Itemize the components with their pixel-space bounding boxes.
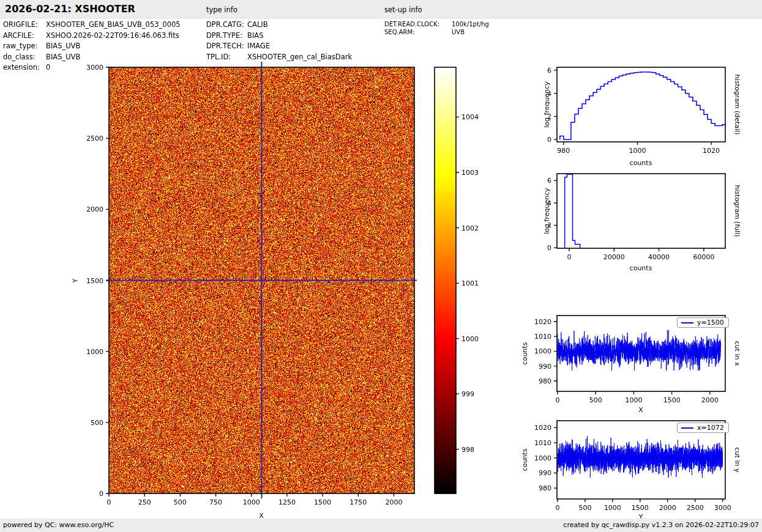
cut-y-legend-label: x=1072 (697, 424, 724, 432)
file-info-label: ORIGFILE: (3, 20, 38, 29)
y-tick-label: 1000 (534, 347, 551, 355)
x-tick-label: 1250 (278, 498, 296, 506)
file-info-label: extension: (3, 63, 40, 72)
type-info-value: XSHOOTER_gen_cal_BiasDark (247, 53, 352, 61)
y-tick-label: 1010 (534, 333, 551, 341)
setup-info-value: UVB (452, 29, 465, 35)
x-tick-label: 2000 (659, 504, 676, 512)
y-tick-label: 0 (547, 136, 551, 144)
file-info-value: 0 (46, 63, 50, 72)
cut-x-legend: y=1500 (677, 317, 729, 328)
y-tick-label: 0 (99, 490, 103, 498)
section-heading-type-info: type info (206, 6, 237, 14)
x-tick-label: 0 (567, 253, 571, 261)
hist-detail-ylabel: log frequency (543, 81, 551, 127)
x-tick-label: 1000 (629, 147, 646, 155)
x-tick-label: 0 (555, 396, 559, 404)
file-info-label: ARCFILE: (3, 31, 34, 40)
page-title: 2026-02-21: XSHOOTER (5, 3, 135, 15)
x-tick-label: 2500 (687, 504, 704, 512)
colorbar-tick-label: 999 (461, 390, 474, 398)
type-info-label: DPR.TECH: (206, 42, 244, 50)
hist-full-side-label: histogram (full) (733, 185, 741, 237)
y-tick-label: 980 (539, 377, 551, 385)
hist-full-xlabel: counts (630, 264, 652, 272)
x-tick-label: 40000 (648, 253, 670, 261)
x-tick-label: 1000 (625, 396, 642, 404)
y-tick-label: 2000 (86, 205, 103, 213)
cut-y-ylabel: counts (521, 449, 529, 471)
y-tick-label: 500 (91, 418, 103, 426)
y-tick-label: 1020 (534, 424, 551, 432)
file-info-value: BIAS_UVB (46, 53, 80, 61)
file-info-label: raw_type: (3, 42, 38, 50)
type-info-value: BIAS (247, 31, 263, 40)
type-info-label: TPL.ID: (206, 53, 231, 61)
y-tick-label: 4 (547, 89, 551, 97)
x-tick-label: 1020 (703, 147, 720, 155)
type-info-label: DPR.CATG: (206, 20, 244, 29)
colorbar-tick-label: 1000 (461, 334, 479, 342)
x-tick-label: 980 (557, 147, 570, 155)
y-tick-label: 2500 (86, 135, 103, 142)
cut-x-side-label: cut in x (733, 341, 741, 366)
file-info-label: do_class: (3, 53, 35, 61)
type-info-value: IMAGE (247, 42, 270, 50)
setup-info-label: SEQ.ARM: (384, 29, 415, 35)
x-tick-label: 1500 (632, 504, 649, 512)
setup-info-value: 100k/1pt/hg (452, 21, 489, 28)
x-tick-label: 0 (107, 498, 111, 506)
y-tick-label: 2 (547, 113, 551, 120)
cut-x-legend-label: y=1500 (697, 319, 724, 327)
x-tick-label: 60000 (693, 253, 714, 261)
x-tick-label: 1750 (349, 498, 367, 506)
y-tick-label: 1010 (534, 439, 551, 447)
x-tick-label: 1000 (243, 498, 260, 506)
legend-line-swatch (681, 322, 693, 323)
y-tick-label: 3000 (86, 64, 103, 72)
y-tick-label: 990 (539, 362, 551, 370)
x-tick-label: 500 (578, 504, 591, 512)
hist-detail-side-label: histogram (detail) (733, 75, 741, 135)
x-tick-label: 250 (138, 498, 151, 506)
colorbar-tick-label: 1002 (461, 224, 479, 232)
type-info-value: CALIB (247, 20, 268, 29)
qc-report-page: 2026-02-21: XSHOOTER type info set-up in… (0, 0, 762, 532)
colorbar-tick-label: 1001 (461, 279, 479, 287)
y-tick-label: 0 (547, 244, 551, 252)
x-tick-label: 20000 (603, 253, 625, 261)
cut-y-side-label: cut in y (733, 448, 741, 473)
colorbar-tick-label: 998 (461, 445, 474, 453)
x-tick-label: 1000 (604, 504, 621, 512)
y-tick-label: 6 (547, 66, 551, 74)
y-tick-label: 6 (547, 177, 551, 185)
colorbar-tick-label: 1004 (461, 113, 479, 121)
x-tick-label: 1500 (314, 498, 331, 506)
cut-y-legend: x=1072 (677, 423, 729, 433)
y-tick-label: 2 (547, 221, 551, 229)
x-tick-label: 500 (589, 396, 602, 404)
file-info-value: XSHOOTER_GEN_BIAS_UVB_053_0005 (46, 20, 181, 29)
colorbar-tick-label: 1003 (461, 168, 479, 176)
x-tick-label: 2000 (701, 396, 719, 404)
x-tick-label: 500 (174, 498, 187, 506)
x-tick-label: 3000 (714, 504, 731, 512)
setup-info-label: DET.READ.CLOCK: (384, 21, 439, 28)
y-tick-label: 4 (547, 199, 551, 207)
legend-line-swatch (681, 427, 693, 429)
x-tick-label: 2000 (385, 498, 402, 506)
cut-x-xlabel: X (638, 406, 643, 414)
section-heading-setup-info: set-up info (384, 6, 422, 14)
x-tick-label: 0 (555, 504, 559, 512)
x-tick-label: 750 (209, 498, 222, 506)
y-tick-label: 1000 (534, 454, 551, 462)
y-tick-label: 980 (539, 484, 551, 492)
x-tick-label: 1500 (663, 396, 681, 404)
file-info-value: XSHOO.2026-02-22T09:16:46.063.fits (46, 31, 179, 40)
y-tick-label: 1000 (86, 347, 103, 355)
y-tick-label: 990 (539, 469, 551, 477)
main-yaxis-label: Y (72, 279, 80, 283)
file-info-value: BIAS_UVB (46, 42, 80, 50)
y-tick-label: 1020 (534, 317, 551, 325)
cut-x-ylabel: counts (521, 342, 529, 365)
